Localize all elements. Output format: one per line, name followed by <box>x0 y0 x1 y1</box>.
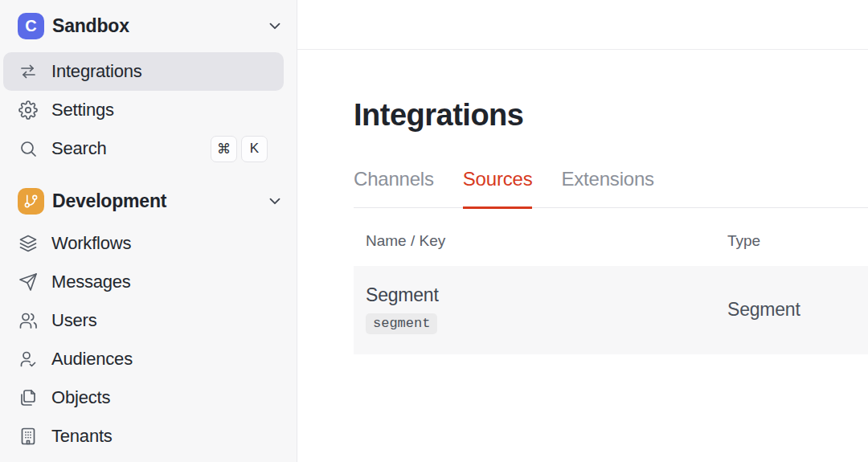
swap-arrows-icon <box>18 62 38 81</box>
sidebar-item-workflows[interactable]: Workflows <box>3 224 284 263</box>
sidebar-item-settings[interactable]: Settings <box>3 91 284 129</box>
source-key-badge: segment <box>366 313 437 334</box>
table-header: Name / Key Type <box>354 208 868 266</box>
sidebar-item-label: Settings <box>51 100 114 121</box>
app-window: C Sandbox Integrations Settings <box>0 0 868 462</box>
sources-table: Name / Key Type Segment segment Segment <box>354 208 868 354</box>
sidebar-item-search[interactable]: Search ⌘ K <box>3 129 284 168</box>
copy-icon <box>18 388 38 407</box>
sidebar-item-label: Tenants <box>51 426 113 447</box>
logo-letter: C <box>25 17 36 35</box>
tab-bar: Channels Sources Extensions <box>354 168 868 208</box>
building-icon <box>18 427 38 446</box>
sidebar-item-objects[interactable]: Objects <box>3 378 284 417</box>
workspace-name: Sandbox <box>52 15 266 37</box>
chevron-down-icon <box>266 17 284 35</box>
source-type-cell: Segment <box>715 299 868 321</box>
sidebar-item-label: Objects <box>51 387 110 408</box>
user-check-icon <box>18 350 38 369</box>
sidebar-item-messages[interactable]: Messages <box>3 263 284 301</box>
search-shortcut: ⌘ K <box>211 136 268 162</box>
chevron-down-icon <box>266 192 284 210</box>
layers-icon <box>18 234 38 253</box>
section-label: Development <box>52 190 266 212</box>
sidebar-item-audiences[interactable]: Audiences <box>3 340 284 378</box>
search-icon <box>18 139 38 158</box>
integrations-page: Integrations Channels Sources Extensions… <box>297 50 868 354</box>
sidebar-item-label: Workflows <box>51 233 131 254</box>
tab-extensions[interactable]: Extensions <box>561 168 653 207</box>
column-header-type: Type <box>715 232 868 250</box>
sidebar-item-label: Users <box>51 310 96 331</box>
sidebar-item-label: Messages <box>51 272 131 292</box>
cmd-key: ⌘ <box>211 136 237 162</box>
column-header-name-key: Name / Key <box>354 232 715 250</box>
sidebar-item-tenants[interactable]: Tenants <box>3 417 284 456</box>
k-key: K <box>241 136 268 162</box>
paper-plane-icon <box>18 272 38 292</box>
sidebar-item-label: Audiences <box>51 349 133 370</box>
sidebar-item-users[interactable]: Users <box>3 301 284 340</box>
topbar <box>297 0 868 50</box>
workspace-switcher[interactable]: C Sandbox <box>18 6 284 45</box>
sidebar: C Sandbox Integrations Settings <box>0 0 297 462</box>
users-icon <box>18 311 38 330</box>
sidebar-section-development[interactable]: Development <box>18 182 284 220</box>
tab-sources[interactable]: Sources <box>463 168 533 207</box>
tab-channels[interactable]: Channels <box>354 168 434 207</box>
development-badge <box>18 188 44 215</box>
source-name: Segment <box>366 284 715 306</box>
main-content: Integrations Channels Sources Extensions… <box>297 0 868 462</box>
table-row[interactable]: Segment segment Segment <box>354 266 868 354</box>
sidebar-item-label: Search <box>51 138 107 159</box>
gear-icon <box>18 100 38 120</box>
source-name-cell: Segment segment <box>354 284 715 334</box>
sidebar-item-label: Integrations <box>51 61 142 82</box>
git-branch-icon <box>23 194 39 209</box>
courier-logo: C <box>18 13 44 39</box>
page-title: Integrations <box>354 98 868 133</box>
sidebar-nav: Integrations Settings Search ⌘ K <box>0 52 297 456</box>
sidebar-item-integrations[interactable]: Integrations <box>3 52 284 91</box>
